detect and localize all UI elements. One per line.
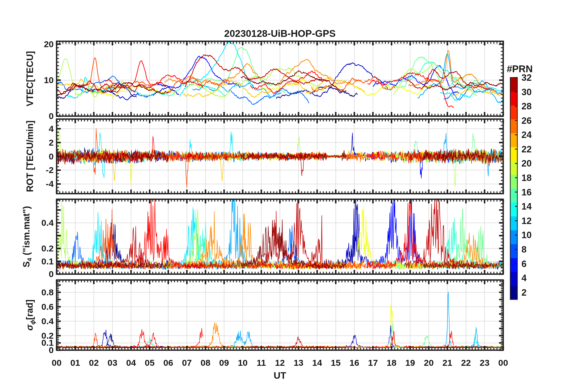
x-tick-label: 03 — [108, 358, 117, 367]
y-tick-label: 0.1 — [25, 257, 54, 266]
colorbar-tick-label: 26 — [521, 116, 532, 125]
y-tick-label: 0.4 — [25, 218, 54, 227]
colorbar-tick-label: 8 — [521, 245, 526, 254]
y-tick-label: -4 — [25, 179, 54, 188]
chart-title: 20230128-UiB-HOP-GPS — [224, 29, 336, 38]
y-tick-label: 0.6 — [25, 302, 54, 311]
x-tick-label: 00 — [52, 358, 61, 367]
colorbar-tick-label: 20 — [521, 159, 532, 168]
colorbar-tick-label: 2 — [521, 288, 526, 297]
colorbar-tick-label: 32 — [521, 73, 532, 82]
x-tick-label: 11 — [257, 358, 266, 367]
x-tick-label: 09 — [219, 358, 229, 367]
x-tick-label: 07 — [182, 358, 192, 367]
y-tick-label: 0.2 — [25, 331, 54, 340]
x-tick-label: 19 — [405, 358, 415, 367]
x-tick-label: 00 — [498, 358, 508, 367]
x-tick-label: 21 — [442, 358, 452, 367]
colorbar-tick-label: 6 — [521, 259, 526, 268]
x-tick-label: 01 — [70, 358, 80, 367]
colorbar-tick-label: 10 — [521, 230, 532, 240]
y-tick-label: 0 — [25, 270, 54, 279]
y-tick-label: 2 — [25, 138, 54, 147]
colorbar-tick-label: 14 — [521, 202, 532, 211]
x-axis-title: UT — [274, 371, 286, 380]
colorbar-tick-label: 12 — [521, 216, 532, 225]
x-tick-label: 14 — [312, 358, 322, 367]
y-tick-label: 4 — [25, 124, 54, 133]
x-tick-label: 17 — [368, 358, 378, 367]
colorbar-tick-label: 16 — [521, 187, 532, 197]
x-tick-label: 10 — [238, 358, 247, 367]
x-tick-label: 18 — [387, 358, 396, 367]
y-tick-label: 20 — [25, 40, 54, 49]
x-tick-label: 22 — [461, 358, 471, 367]
colorbar-tick-label: 28 — [521, 102, 532, 111]
colorbar-tick-label: 30 — [521, 87, 532, 96]
x-tick-label: 05 — [145, 358, 155, 367]
x-tick-label: 20 — [424, 358, 434, 367]
y-tick-label: 0 — [25, 152, 54, 161]
x-tick-label: 04 — [126, 358, 136, 367]
figure: 20230128-UiB-HOP-GPS VTEC[TECU] ROT [TEC… — [0, 0, 561, 392]
x-tick-label: 23 — [480, 358, 489, 367]
x-tick-label: 02 — [89, 358, 99, 367]
x-tick-label: 16 — [350, 358, 359, 367]
x-tick-label: 08 — [201, 358, 210, 367]
y-tick-label: -2 — [25, 166, 54, 174]
colorbar-tick-label: 22 — [521, 144, 532, 154]
x-tick-label: 06 — [163, 358, 173, 367]
x-tick-label: 15 — [331, 358, 341, 367]
y-tick-label: 0.8 — [25, 288, 54, 297]
x-tick-label: 12 — [275, 358, 285, 367]
x-tick-label: 13 — [293, 358, 303, 367]
y-tick-label: 0 — [25, 112, 54, 121]
colorbar-tick-label: 24 — [521, 130, 532, 139]
colorbar-tick-label: 18 — [521, 173, 532, 182]
y-tick-label: 0.2 — [25, 244, 54, 253]
colorbar-tick-label: 4 — [521, 274, 526, 283]
chart-canvas — [0, 0, 561, 392]
y-tick-label: 0.4 — [25, 317, 54, 326]
y-tick-label: 10 — [25, 76, 54, 85]
